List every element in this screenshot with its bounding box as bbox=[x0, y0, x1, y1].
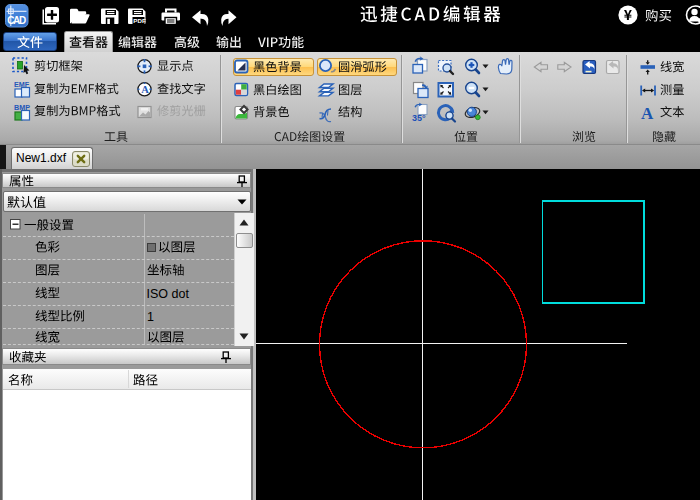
svg-text:PDF: PDF bbox=[133, 17, 146, 24]
svg-text:A: A bbox=[141, 84, 149, 95]
svg-text:35°: 35° bbox=[412, 113, 426, 123]
svg-text:A: A bbox=[641, 104, 654, 123]
svg-text:CAD: CAD bbox=[7, 15, 26, 26]
